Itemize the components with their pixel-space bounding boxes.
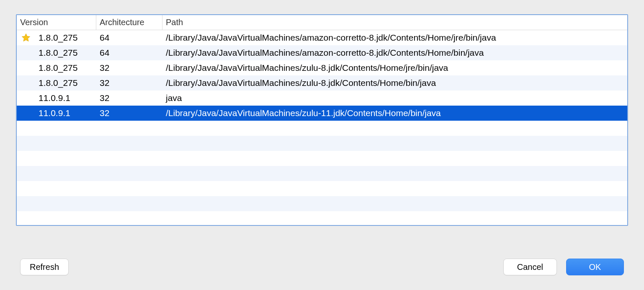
empty-row [17,166,627,181]
architecture-cell: 32 [96,63,162,73]
java-version-table: Version Architecture Path 1.8.0_27564/Li… [16,14,628,226]
star-cell [17,33,35,43]
architecture-cell: 32 [96,108,162,118]
table-row[interactable]: 1.8.0_27564/Library/Java/JavaVirtualMach… [17,30,627,45]
architecture-cell: 64 [96,48,162,58]
table-row[interactable]: 11.0.9.132java [17,91,627,106]
table-row[interactable]: 1.8.0_27532/Library/Java/JavaVirtualMach… [17,60,627,75]
version-cell: 1.8.0_275 [35,48,96,58]
empty-row [17,211,627,226]
path-cell: /Library/Java/JavaVirtualMachines/zulu-1… [162,108,627,118]
table-header: Version Architecture Path [17,15,627,30]
version-cell: 11.0.9.1 [35,108,96,118]
empty-row [17,181,627,196]
table-row[interactable]: 11.0.9.132/Library/Java/JavaVirtualMachi… [17,106,627,121]
refresh-button[interactable]: Refresh [20,259,69,275]
column-header-version[interactable]: Version [17,15,96,30]
column-header-path[interactable]: Path [162,15,627,30]
architecture-cell: 64 [96,33,162,43]
version-cell: 11.0.9.1 [35,93,96,103]
empty-row [17,196,627,211]
version-cell: 1.8.0_275 [35,33,96,43]
path-cell: /Library/Java/JavaVirtualMachines/amazon… [162,33,627,43]
cancel-button[interactable]: Cancel [503,259,557,275]
path-cell: /Library/Java/JavaVirtualMachines/zulu-8… [162,78,627,88]
architecture-cell: 32 [96,93,162,103]
dialog-footer: Refresh Cancel OK [0,256,644,277]
path-cell: /Library/Java/JavaVirtualMachines/zulu-8… [162,63,627,73]
star-icon [21,33,31,43]
path-cell: /Library/Java/JavaVirtualMachines/amazon… [162,48,627,58]
column-header-architecture[interactable]: Architecture [96,15,162,30]
empty-row [17,151,627,166]
version-cell: 1.8.0_275 [35,78,96,88]
table-body: 1.8.0_27564/Library/Java/JavaVirtualMach… [17,30,627,225]
empty-row [17,136,627,151]
table-row[interactable]: 1.8.0_27532/Library/Java/JavaVirtualMach… [17,75,627,91]
empty-row [17,121,627,136]
table-row[interactable]: 1.8.0_27564/Library/Java/JavaVirtualMach… [17,45,627,60]
path-cell: java [162,93,627,103]
ok-button[interactable]: OK [566,259,624,275]
architecture-cell: 32 [96,78,162,88]
version-cell: 1.8.0_275 [35,63,96,73]
